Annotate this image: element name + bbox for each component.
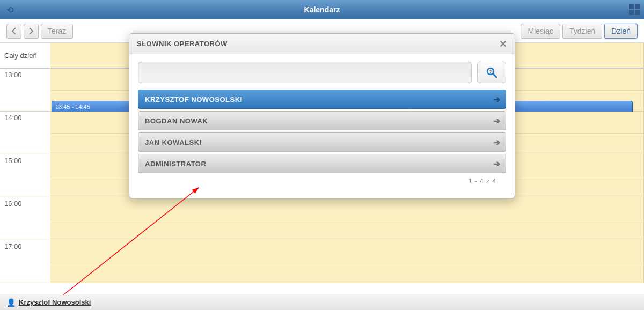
apps-grid-icon[interactable] xyxy=(629,4,640,15)
operator-dictionary-modal: SŁOWNIK OPERATORÓW ✕ ? KRZYSZTOF NOWOSOL… xyxy=(129,33,515,198)
footer-user-name: Krzysztof Nowosolski xyxy=(19,298,91,306)
hour-label: 13:00 xyxy=(0,69,50,111)
hour-label: 17:00 xyxy=(0,240,50,283)
operator-item[interactable]: KRZYSZTOF NOWOSOLSKI➔ xyxy=(138,90,506,109)
operator-list: KRZYSZTOF NOWOSOLSKI➔BOGDAN NOWAK➔JAN KO… xyxy=(138,90,506,173)
view-month-button[interactable]: Miesiąc xyxy=(521,24,560,39)
search-row: ? xyxy=(138,62,506,83)
operator-item-label: KRZYSZTOF NOWOSOLSKI xyxy=(145,95,243,104)
search-input[interactable] xyxy=(138,62,472,83)
app-title: Kalendarz xyxy=(304,5,340,14)
operator-item[interactable]: JAN KOWALSKI➔ xyxy=(138,132,506,152)
chevron-right-icon xyxy=(28,27,34,35)
view-week-button[interactable]: Tydzień xyxy=(562,24,602,39)
view-switch: Miesiąc Tydzień Dzień xyxy=(518,24,638,39)
now-button[interactable]: Teraz xyxy=(41,24,73,39)
close-icon[interactable]: ✕ xyxy=(497,38,509,50)
allday-label: Cały dzień xyxy=(0,43,50,68)
svg-line-1 xyxy=(493,74,496,77)
modal-header: SŁOWNIK OPERATORÓW ✕ xyxy=(129,34,515,54)
hour-label: 15:00 xyxy=(0,154,50,197)
operator-item-label: ADMINISTRATOR xyxy=(145,160,206,168)
hour-label: 16:00 xyxy=(0,197,50,240)
refresh-icon[interactable]: ⟲ xyxy=(4,4,15,15)
footer-user-picker[interactable]: 👤 Krzysztof Nowosolski xyxy=(0,294,644,310)
modal-body: ? KRZYSZTOF NOWOSOLSKI➔BOGDAN NOWAK➔JAN … xyxy=(129,54,515,188)
chevron-left-icon xyxy=(11,27,17,35)
operator-item-label: BOGDAN NOWAK xyxy=(145,117,208,125)
modal-title: SŁOWNIK OPERATORÓW xyxy=(137,40,228,48)
next-button[interactable] xyxy=(24,24,39,39)
app-header: ⟲ Kalendarz xyxy=(0,0,644,19)
arrow-right-icon: ➔ xyxy=(493,94,501,105)
pager-text: 1 - 4 z 4 xyxy=(138,175,506,185)
operator-item[interactable]: BOGDAN NOWAK➔ xyxy=(138,111,506,130)
hour-row-17: 17:00 xyxy=(0,240,644,283)
person-icon: 👤 xyxy=(6,298,16,307)
view-day-button[interactable]: Dzień xyxy=(604,24,638,39)
hour-row-16: 16:00 xyxy=(0,197,644,240)
arrow-right-icon: ➔ xyxy=(493,137,501,147)
operator-item[interactable]: ADMINISTRATOR➔ xyxy=(138,154,506,173)
search-button[interactable]: ? xyxy=(477,62,506,83)
hour-cell[interactable] xyxy=(50,240,644,283)
arrow-right-icon: ➔ xyxy=(493,159,501,169)
operator-item-label: JAN KOWALSKI xyxy=(145,138,202,146)
svg-text:?: ? xyxy=(489,69,492,74)
hour-cell[interactable] xyxy=(50,197,644,240)
hour-label: 14:00 xyxy=(0,112,50,154)
search-icon: ? xyxy=(485,66,498,79)
prev-button[interactable] xyxy=(6,24,21,39)
arrow-right-icon: ➔ xyxy=(493,116,501,126)
